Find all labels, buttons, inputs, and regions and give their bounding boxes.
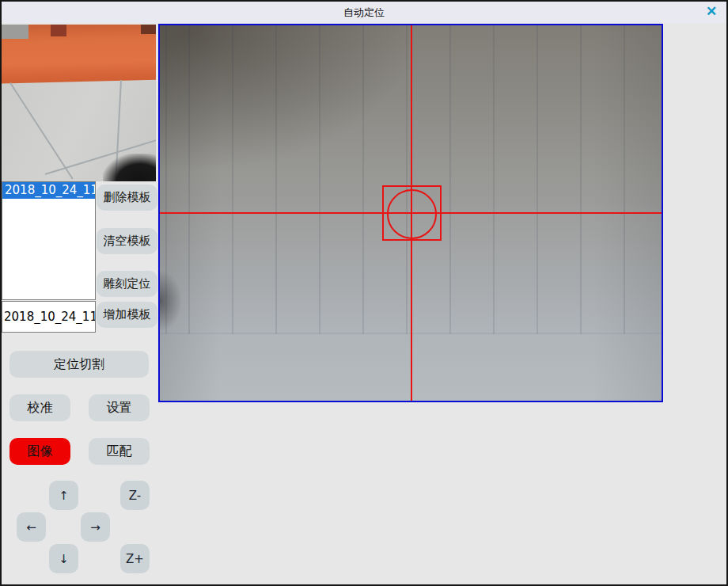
template-list-item-selected[interactable]: 2018_10_24_11 bbox=[2, 182, 95, 199]
thumbnail-gray-patch bbox=[2, 25, 28, 39]
window-title: 自动定位 bbox=[343, 6, 385, 20]
close-button[interactable]: ✕ bbox=[703, 3, 720, 21]
image-button-active[interactable]: 图像 bbox=[9, 438, 70, 465]
title-bar: 自动定位 ✕ bbox=[2, 2, 726, 23]
calibrate-button[interactable]: 校准 bbox=[9, 394, 70, 421]
auto-positioning-dialog: 自动定位 ✕ 2018_10_24_11 删除模板 清空模板 雕刻定位 增加模板… bbox=[0, 0, 728, 586]
settings-button[interactable]: 设置 bbox=[89, 394, 150, 421]
camera-preview-thumbnail bbox=[2, 25, 156, 181]
add-template-button[interactable]: 增加模板 bbox=[97, 302, 157, 328]
jog-left-button[interactable]: ← bbox=[17, 512, 46, 542]
close-icon: ✕ bbox=[706, 4, 717, 19]
delete-template-button[interactable]: 删除模板 bbox=[97, 185, 157, 211]
positioning-cut-button[interactable]: 定位切割 bbox=[9, 351, 149, 378]
jog-up-button[interactable]: ↑ bbox=[49, 481, 78, 510]
thumbnail-dark-stripe bbox=[51, 25, 66, 36]
template-name-input[interactable] bbox=[2, 301, 96, 333]
jog-right-button[interactable]: → bbox=[81, 512, 110, 542]
thumbnail-tile-line bbox=[9, 82, 74, 180]
template-list[interactable]: 2018_10_24_11 bbox=[2, 181, 96, 300]
clear-templates-button[interactable]: 清空模板 bbox=[97, 228, 157, 254]
jog-z-plus-button[interactable]: Z+ bbox=[120, 544, 150, 573]
thumbnail-dark-corner bbox=[141, 25, 156, 34]
engrave-positioning-button[interactable]: 雕刻定位 bbox=[97, 271, 157, 297]
thumbnail-dark-object bbox=[103, 154, 156, 181]
camera-view[interactable] bbox=[158, 24, 663, 402]
jog-down-button[interactable]: ↓ bbox=[49, 544, 78, 573]
match-template-circle bbox=[387, 189, 437, 239]
match-button[interactable]: 匹配 bbox=[89, 438, 150, 465]
jog-z-minus-button[interactable]: Z- bbox=[120, 481, 150, 510]
